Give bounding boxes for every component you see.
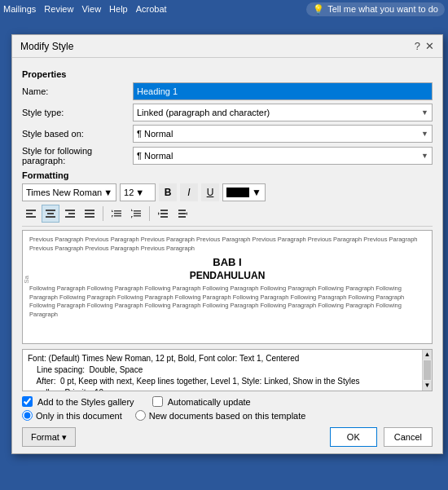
svg-rect-6: [65, 210, 75, 211]
svg-rect-26: [178, 210, 186, 211]
italic-button[interactable]: I: [180, 183, 198, 201]
scroll-up-button[interactable]: ▲: [423, 350, 432, 360]
properties-section-label: Properties: [22, 69, 433, 79]
scrollbar[interactable]: ▲ ▼: [422, 350, 432, 391]
formatting-section-label: Formatting: [22, 170, 433, 180]
style-based-select[interactable]: ¶ Normal ▼: [133, 125, 433, 143]
checkboxes-row: Add to the Styles gallery Automatically …: [22, 396, 433, 407]
preview-heading2: PENDAHULUAN: [29, 270, 425, 281]
font-name: Times New Roman: [26, 188, 102, 197]
style-based-control: ¶ Normal ▼: [133, 125, 433, 143]
svg-rect-3: [46, 210, 55, 211]
line-spacing-button[interactable]: [108, 205, 125, 223]
preview-previous-paragraph: Previous Paragraph Previous Paragraph Pr…: [29, 236, 425, 253]
svg-rect-8: [65, 216, 75, 218]
menu-view[interactable]: View: [81, 4, 101, 14]
font-size: 12: [124, 188, 134, 197]
chevron-down-icon: ▼: [103, 188, 112, 197]
chevron-down-icon: ▼: [421, 130, 428, 138]
svg-marker-15: [112, 210, 113, 212]
separator: [103, 206, 103, 221]
side-label: Sa: [23, 276, 30, 284]
svg-rect-14: [114, 215, 121, 217]
add-to-gallery-checkbox[interactable]: [22, 396, 33, 407]
align-left-button[interactable]: [22, 205, 40, 223]
menu-review[interactable]: Review: [44, 4, 73, 14]
description-text: Font: (Default) Times New Roman, 12 pt, …: [28, 353, 427, 391]
svg-rect-5: [46, 216, 55, 218]
formatting-font-row: Times New Roman ▼ 12 ▼ B I U ▼: [22, 183, 433, 201]
help-button[interactable]: ?: [415, 40, 420, 52]
format-button[interactable]: Format ▾: [22, 427, 76, 447]
style-type-value: Linked (paragraph and character): [137, 108, 270, 117]
svg-marker-21: [131, 216, 133, 219]
svg-rect-13: [114, 213, 121, 214]
svg-rect-4: [47, 213, 54, 214]
align-right-button[interactable]: [61, 205, 79, 223]
justify-button[interactable]: [81, 205, 99, 223]
svg-rect-0: [26, 210, 36, 211]
auto-update-label: Automatically update: [168, 397, 251, 407]
name-label: Name:: [22, 82, 128, 100]
scroll-down-button[interactable]: ▼: [423, 381, 432, 391]
description-area: Font: (Default) Times New Roman, 12 pt, …: [22, 349, 433, 391]
svg-rect-9: [85, 210, 94, 211]
only-document-label: Only in this document: [36, 411, 122, 421]
svg-marker-20: [131, 209, 133, 211]
new-documents-radio[interactable]: [135, 410, 146, 421]
lightbulb-icon: 💡: [313, 4, 324, 15]
new-documents-label: New documents based on this template: [149, 411, 306, 421]
style-based-value: ¶ Normal: [137, 129, 173, 139]
close-button[interactable]: ✕: [425, 40, 434, 52]
tell-me-bar[interactable]: 💡 Tell me what you want to do: [306, 2, 445, 16]
action-buttons: OK Cancel: [330, 427, 433, 447]
font-color-picker[interactable]: ▼: [222, 183, 266, 201]
bold-button[interactable]: B: [159, 183, 177, 201]
underline-button[interactable]: U: [201, 183, 219, 201]
preview-following-paragraph: Following Paragraph Following Paragraph …: [29, 285, 425, 319]
ok-button[interactable]: OK: [330, 427, 377, 447]
style-following-select[interactable]: ¶ Normal ▼: [133, 147, 433, 165]
align-center-button[interactable]: [42, 205, 59, 223]
style-following-control: ¶ Normal ▼: [133, 146, 433, 166]
increase-indent-button[interactable]: [173, 205, 191, 223]
svg-rect-7: [68, 213, 75, 214]
chevron-down-icon: ▼: [135, 188, 144, 197]
svg-rect-19: [134, 215, 141, 217]
svg-marker-16: [112, 215, 113, 218]
style-type-label: Style type:: [22, 104, 128, 121]
font-select[interactable]: Times New Roman ▼: [22, 183, 116, 201]
svg-rect-24: [160, 216, 168, 218]
menu-mailings[interactable]: Mailings: [3, 4, 36, 14]
top-menu-bar: Mailings Review View Help Acrobat 💡 Tell…: [0, 0, 448, 18]
chevron-down-icon: ▼: [252, 187, 261, 198]
tell-me-text: Tell me what you want to do: [327, 4, 438, 14]
svg-rect-17: [134, 210, 141, 212]
chevron-down-icon: ▼: [421, 152, 428, 160]
menu-acrobat[interactable]: Acrobat: [136, 4, 167, 14]
style-type-select[interactable]: Linked (paragraph and character) ▼: [133, 104, 433, 121]
bottom-buttons-row: Format ▾ OK Cancel: [22, 427, 433, 447]
cancel-button[interactable]: Cancel: [384, 427, 433, 447]
only-document-option[interactable]: Only in this document: [22, 410, 122, 421]
svg-rect-10: [85, 213, 94, 214]
dialog-body: Properties Name: Style type: Linked (par…: [12, 58, 442, 453]
preview-area: Previous Paragraph Previous Paragraph Pr…: [22, 230, 433, 344]
color-swatch: [226, 188, 249, 197]
add-to-gallery-label: Add to the Styles gallery: [37, 397, 134, 407]
name-input[interactable]: [133, 82, 433, 100]
paragraph-spacing-button[interactable]: [127, 205, 145, 223]
radio-row: Only in this document New documents base…: [22, 410, 433, 421]
font-size-select[interactable]: 12 ▼: [120, 183, 156, 201]
new-documents-option[interactable]: New documents based on this template: [135, 410, 306, 421]
auto-update-checkbox[interactable]: [152, 396, 163, 407]
separator: [149, 206, 150, 221]
scroll-thumb[interactable]: [424, 360, 431, 380]
svg-rect-22: [160, 210, 168, 211]
name-control: [133, 82, 433, 100]
properties-grid: Name: Style type: Linked (paragraph and …: [22, 82, 433, 166]
only-document-radio[interactable]: [22, 410, 33, 421]
menu-help[interactable]: Help: [109, 4, 128, 14]
dialog-controls: ? ✕: [415, 40, 434, 52]
decrease-indent-button[interactable]: [154, 205, 172, 223]
